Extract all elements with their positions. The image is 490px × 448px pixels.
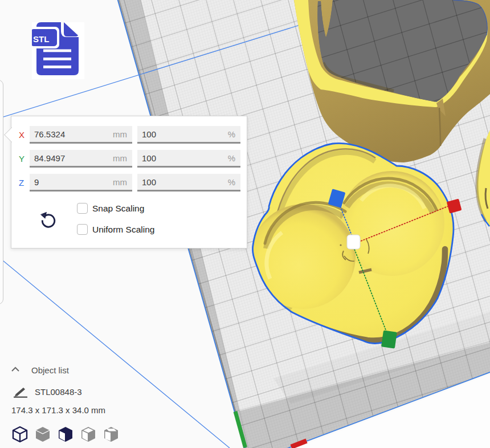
svg-text:STL: STL [33, 34, 49, 44]
